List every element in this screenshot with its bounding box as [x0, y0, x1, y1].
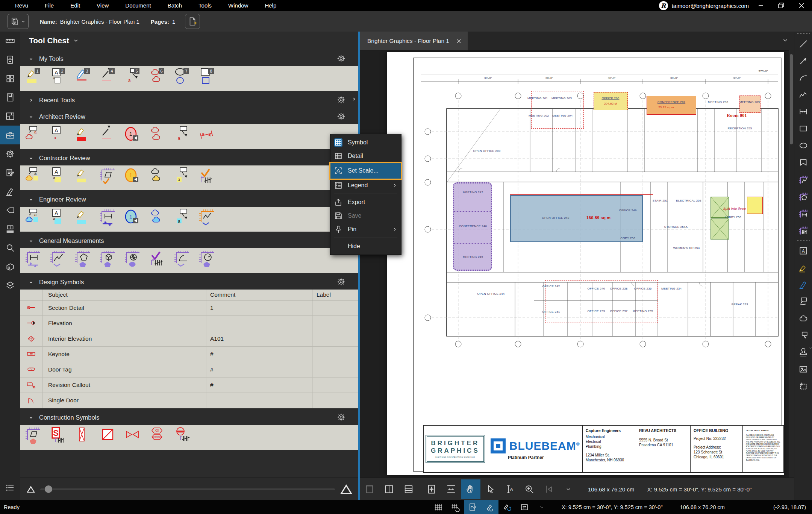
- tool-arrow[interactable]: [100, 126, 119, 147]
- tool-ruler-measure[interactable]: [100, 167, 119, 189]
- tool-wall-x[interactable]: [75, 426, 94, 448]
- polygon-icon[interactable]: [794, 154, 812, 171]
- tool-count[interactable]: [199, 167, 218, 189]
- text-icon[interactable]: A: [794, 242, 812, 259]
- squiggly-callout-icon[interactable]: [794, 293, 812, 310]
- slider-knob[interactable]: [45, 485, 52, 493]
- split-vertical-button[interactable]: [379, 479, 399, 499]
- table-row-elevation[interactable]: Elevation: [20, 316, 358, 331]
- tool-circle-num[interactable]: 1: [124, 167, 144, 189]
- grid-button[interactable]: [429, 500, 447, 514]
- section-gear-icon[interactable]: [337, 277, 345, 286]
- table-row-revision-callout[interactable]: Revision Callout#: [20, 378, 358, 393]
- pan-button[interactable]: [461, 479, 480, 499]
- tool-pen[interactable]: 3: [75, 68, 94, 89]
- create-page-button[interactable]: [185, 14, 200, 29]
- more-views-button[interactable]: [559, 479, 578, 499]
- tool-ruler-measure[interactable]: [124, 250, 144, 271]
- table-row-keynote[interactable]: Keynote#: [20, 347, 358, 362]
- tool-ruler-measure[interactable]: [100, 250, 119, 271]
- icon-size-slider[interactable]: [40, 488, 335, 490]
- tool-textbox[interactable]: Aa: [50, 208, 70, 230]
- section-header-design-symbols[interactable]: Design Symbols: [20, 274, 358, 290]
- length-measure-icon[interactable]: [794, 205, 812, 221]
- section-gear-icon[interactable]: [337, 96, 345, 104]
- tool-cloud[interactable]: 6: [149, 68, 169, 89]
- gear-icon[interactable]: [0, 144, 20, 163]
- layers-icon[interactable]: [0, 276, 20, 295]
- arrow-icon[interactable]: [794, 52, 812, 69]
- stamp-icon[interactable]: [794, 344, 812, 361]
- highlighter-icon[interactable]: [794, 259, 812, 276]
- snapshot-icon[interactable]: [794, 378, 812, 394]
- page-setup-dropdown[interactable]: [8, 14, 29, 29]
- split-horizontal-button[interactable]: [399, 479, 418, 499]
- tool-bowtie[interactable]: [124, 426, 144, 448]
- section-gear-icon[interactable]: [337, 112, 345, 121]
- area-measure-icon[interactable]: [794, 188, 812, 205]
- markup-page-icon[interactable]: [0, 163, 20, 182]
- tool-callout[interactable]: a: [174, 208, 194, 230]
- tool-hex-label[interactable]: XXXXXX: [149, 426, 169, 448]
- tool-circle-num[interactable]: 1: [124, 208, 144, 230]
- tag-icon[interactable]: [0, 201, 20, 220]
- toolbox-icon[interactable]: [0, 126, 20, 144]
- fit-width-button[interactable]: [441, 479, 461, 499]
- tool-callout[interactable]: a: [174, 126, 194, 147]
- tool-cloud-callout[interactable]: a: [25, 126, 45, 147]
- arc-icon[interactable]: [794, 69, 812, 86]
- tool-cloud-callout[interactable]: a: [25, 167, 45, 189]
- section-gear-icon[interactable]: [337, 54, 345, 63]
- tool-ruler-measure[interactable]: [25, 250, 45, 271]
- tool-highlighter[interactable]: 1: [25, 68, 45, 89]
- count-measure-icon[interactable]: [794, 221, 812, 238]
- ellipse-icon[interactable]: [794, 137, 812, 154]
- callout-icon[interactable]: [794, 327, 812, 344]
- office-205-highlight[interactable]: [594, 92, 628, 110]
- cloud-icon[interactable]: [794, 310, 812, 327]
- grid4-icon[interactable]: [0, 69, 20, 88]
- menu-item-symbol[interactable]: Symbol: [330, 136, 401, 149]
- table-row-door-tag[interactable]: Door Tag#: [20, 362, 358, 378]
- tool-cloud[interactable]: [149, 208, 169, 230]
- sync-views-button[interactable]: [516, 500, 533, 514]
- menu-batch[interactable]: Batch: [159, 0, 190, 11]
- perimeter-measure-icon[interactable]: [794, 171, 812, 188]
- menu-item-export[interactable]: Export: [330, 196, 401, 209]
- tool-highlighter[interactable]: [75, 208, 94, 230]
- grid-snap-button[interactable]: [447, 500, 464, 514]
- cabinet-icon[interactable]: [0, 50, 20, 69]
- tool-ruler-measure[interactable]: [174, 250, 194, 271]
- tool-ruler-measure[interactable]: [100, 208, 119, 230]
- markup-list-icon[interactable]: [0, 478, 20, 497]
- tool-textbox[interactable]: Aa: [50, 126, 70, 147]
- tool-cloud[interactable]: [149, 167, 169, 189]
- tool-textbox[interactable]: Aa: [50, 167, 70, 189]
- menu-item-detail[interactable]: Detail: [330, 149, 401, 163]
- page-canvas[interactable]: 30'-0"30'-0"30'-0"30'-0"30'-0"370'-0"OPE…: [360, 50, 794, 479]
- menu-document[interactable]: Document: [117, 0, 159, 11]
- tool-callout[interactable]: a: [174, 167, 194, 189]
- storage-green-2[interactable]: [710, 218, 729, 240]
- lobby-yellow-highlight[interactable]: [747, 197, 763, 214]
- select-button[interactable]: [480, 479, 500, 499]
- meeting-209-highlight[interactable]: [739, 96, 760, 113]
- bookmark-icon[interactable]: [0, 88, 20, 107]
- col-label[interactable]: Label: [312, 290, 358, 300]
- user-email[interactable]: taimoor@brightergraphics.com: [672, 3, 749, 9]
- section-header-general-measurements[interactable]: General Measurements: [20, 233, 358, 248]
- line-icon[interactable]: [794, 35, 812, 52]
- document-tab[interactable]: Brighter Graphics - Floor Plan 1: [360, 32, 468, 50]
- tool-ruler-measure[interactable]: [199, 250, 218, 271]
- pen-nib-icon[interactable]: [0, 182, 20, 201]
- menu-item-set-scale[interactable]: Set Scale...: [330, 163, 401, 179]
- snap-markup-button[interactable]: [481, 500, 498, 514]
- floorplan-icon[interactable]: [0, 107, 20, 126]
- tool-box-diagonal[interactable]: [100, 426, 119, 448]
- zoom-button[interactable]: [520, 479, 539, 499]
- tool-circle-num[interactable]: 1: [124, 126, 144, 147]
- tool-chest-menu-chevron[interactable]: [73, 38, 79, 44]
- menu-edit[interactable]: Edit: [62, 0, 88, 11]
- tool-dimension[interactable]: [199, 126, 218, 147]
- more-status-button[interactable]: [533, 500, 550, 514]
